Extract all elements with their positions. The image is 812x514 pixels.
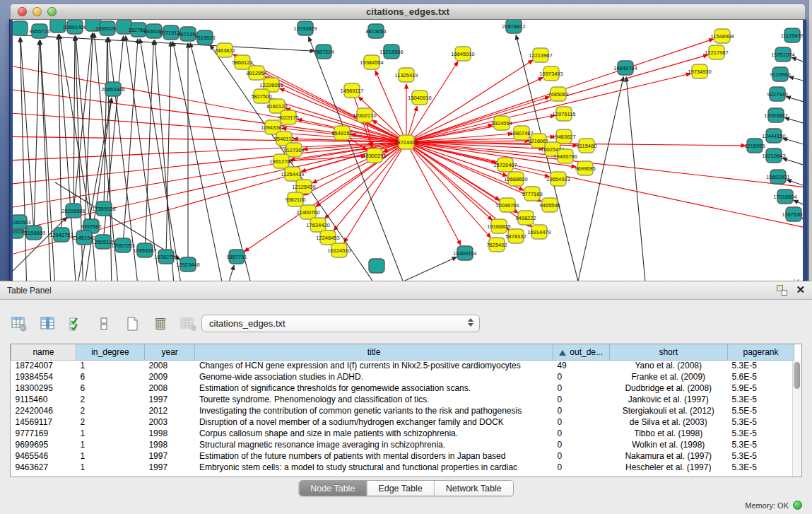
citation-edge-black[interactable] — [40, 40, 52, 291]
graph-node[interactable]: 17634420 — [306, 218, 329, 232]
cell-out_degree[interactable]: 0 — [553, 382, 609, 394]
graph-node[interactable]: 9777169 — [522, 187, 542, 201]
graph-node[interactable]: 7463822 — [214, 43, 235, 57]
cell-year[interactable]: 1997 — [144, 462, 194, 473]
cell-short[interactable]: Yano et al. (2008) — [609, 360, 727, 371]
graph-node[interactable]: 7515526 — [194, 30, 215, 45]
close-panel-icon[interactable]: ✕ — [796, 284, 805, 296]
cell-title[interactable]: Tourette syndrome. Phenomenology and cla… — [195, 394, 553, 405]
citation-edge-black[interactable] — [59, 35, 91, 226]
cell-out_degree[interactable]: 0 — [553, 371, 609, 382]
cell-pagerank[interactable]: 5.3E-5 — [727, 462, 794, 473]
table-row[interactable]: 1938455462009Genome-wide association stu… — [11, 371, 794, 382]
table-row[interactable]: 911546021997Tourette syndrome. Phenomeno… — [11, 394, 794, 405]
cell-short[interactable]: de Silva et al. (2003) — [609, 416, 727, 428]
graph-node[interactable]: 20691406 — [63, 20, 86, 34]
cell-title[interactable]: Genome-wide association studies in ADHD. — [195, 371, 553, 382]
graph-node[interactable]: 9227349 — [767, 87, 787, 101]
graph-node[interactable]: 17359928 — [92, 201, 115, 216]
minimize-window-button[interactable] — [33, 7, 42, 16]
cell-year[interactable]: 1998 — [144, 428, 194, 439]
cell-name[interactable]: 18724007 — [11, 360, 76, 371]
graph-node[interactable]: 16782759 — [154, 250, 177, 264]
cell-year[interactable]: 1997 — [144, 450, 194, 462]
table-settings-icon[interactable] — [10, 315, 28, 333]
zoom-window-button[interactable] — [47, 7, 57, 16]
graph-node[interactable]: 7485063 — [548, 87, 568, 101]
cell-short[interactable]: Nakamura et al. (1997) — [609, 450, 727, 462]
graph-node[interactable]: 11254439 — [281, 167, 305, 181]
float-panel-icon[interactable] — [776, 284, 787, 296]
graph-node[interactable]: 11125439 — [781, 28, 803, 42]
cell-year[interactable]: 2003 — [144, 416, 194, 428]
graph-node[interactable]: 12033829 — [293, 21, 317, 35]
cell-short[interactable]: Jankovic et al. (1997) — [609, 394, 727, 405]
graph-node[interactable]: 12248453 — [316, 230, 339, 245]
cell-pagerank[interactable]: 5.6E-5 — [727, 371, 794, 382]
graph-node[interactable]: 16645910 — [451, 47, 474, 61]
cell-in_degree[interactable]: 1 — [76, 428, 144, 439]
graph-node[interactable]: 5878332 — [505, 229, 526, 243]
cell-name[interactable]: 9115460 — [11, 394, 76, 405]
table-row[interactable]: 977716911998Corpus callosum shape and si… — [11, 428, 794, 439]
cell-out_degree[interactable]: 49 — [553, 360, 609, 371]
citation-edge-red[interactable] — [13, 142, 406, 186]
citation-edge-black[interactable] — [40, 40, 55, 288]
cell-title[interactable]: Investigating the contribution of common… — [195, 405, 553, 416]
cell-out_degree[interactable]: 0 — [553, 450, 609, 462]
cell-short[interactable]: Wolkin et al. (1998) — [609, 439, 727, 450]
graph-node[interactable]: 15040910 — [408, 90, 431, 105]
cell-name[interactable]: 9699695 — [11, 439, 76, 450]
column-header-name[interactable]: name — [11, 344, 76, 360]
graph-node[interactable]: 16409154 — [453, 246, 476, 260]
cell-pagerank[interactable]: 5.3E-5 — [727, 439, 794, 450]
graph-node[interactable]: 9324554 — [491, 116, 512, 130]
citation-edge-black[interactable] — [75, 36, 83, 291]
graph-node[interactable]: 8912954 — [246, 66, 266, 80]
cell-year[interactable]: 2008 — [144, 382, 194, 394]
cell-name[interactable]: 18300295 — [11, 382, 76, 394]
cell-year[interactable]: 2009 — [144, 371, 194, 382]
table-row[interactable]: 2242004622012Investigating the contribut… — [11, 405, 794, 416]
cell-title[interactable]: Embryonic stem cells: a model to study s… — [195, 462, 553, 473]
cell-year[interactable]: 2012 — [144, 405, 194, 416]
graph-node[interactable]: 17016504 — [773, 189, 796, 204]
citation-edge-black[interactable] — [792, 57, 803, 69]
memory-indicator-icon[interactable] — [793, 501, 802, 510]
citation-edge-black[interactable] — [786, 97, 803, 108]
cell-title[interactable]: Estimation of significance thresholds fo… — [195, 382, 553, 394]
cell-pagerank[interactable]: 5.3E-5 — [727, 450, 794, 462]
citation-edge-black[interactable] — [578, 77, 623, 281]
tab-network-table[interactable]: Network Table — [434, 481, 513, 496]
graph-node[interactable]: 15218586 — [379, 45, 403, 59]
graph-node[interactable]: 12444150 — [762, 129, 785, 143]
cell-in_degree[interactable]: 2 — [76, 405, 144, 416]
show-columns-icon[interactable] — [38, 315, 57, 333]
graph-node[interactable] — [369, 259, 384, 273]
graph-node[interactable]: 12125439 — [292, 180, 315, 194]
graph-node[interactable]: 9355724 — [29, 24, 49, 38]
graph-node[interactable]: 10973493 — [539, 66, 563, 81]
graph-node[interactable]: 20878812 — [502, 20, 525, 33]
graph-node[interactable]: 15720407 — [493, 158, 517, 172]
graph-node[interactable]: 9699695 — [575, 161, 595, 175]
graph-node[interactable]: 12093887 — [764, 108, 787, 122]
column-header-pagerank[interactable]: pagerank — [727, 344, 794, 360]
graph-node[interactable]: 18300295 — [363, 148, 386, 163]
citation-edge-black[interactable] — [782, 158, 803, 172]
cell-pagerank[interactable]: 5.3E-5 — [727, 416, 794, 428]
citation-edge-red[interactable] — [406, 142, 509, 230]
cell-year[interactable]: 2008 — [144, 360, 194, 371]
graph-node[interactable] — [13, 21, 28, 35]
cell-pagerank[interactable]: 5.3E-5 — [727, 428, 794, 439]
citation-edge-black[interactable] — [782, 139, 803, 151]
cell-name[interactable]: 9465546 — [11, 450, 76, 462]
cell-pagerank[interactable]: 5.5E-5 — [727, 405, 794, 416]
graph-node[interactable]: 7887224 — [313, 45, 334, 59]
graph-node[interactable]: 12217987 — [705, 45, 728, 59]
cell-out_degree[interactable]: 0 — [553, 462, 609, 473]
graph-node[interactable]: 19463627 — [552, 129, 575, 144]
cell-in_degree[interactable]: 1 — [76, 439, 144, 450]
cell-out_degree[interactable]: 0 — [553, 394, 609, 405]
column-header-year[interactable]: year — [144, 344, 194, 360]
